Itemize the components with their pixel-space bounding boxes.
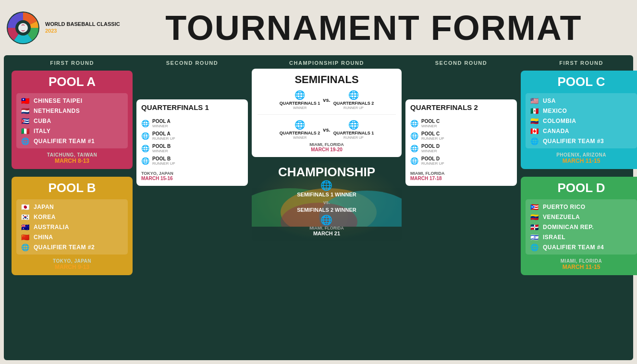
qf1-title: QUARTERFINALS 1 [141, 103, 243, 111]
qf2-slot2-sub: RUNNER UP [421, 136, 444, 141]
qf2-slot3-flag: 🌐 [410, 145, 418, 152]
sf-label-2b: QUARTERFINALS 1 [333, 131, 374, 135]
championship-col: SEMIFINALS 🌐 QUARTERFINALS 1 WINNER vs. … [252, 69, 402, 241]
list-item: 🇨🇦 CANADA [529, 126, 633, 136]
sf-team-2b: 🌐 QUARTERFINALS 1 RUNNER UP [333, 120, 374, 139]
divider [257, 114, 396, 115]
sf-vs-2: vs. [323, 127, 330, 133]
team-name: VENEZUELA [543, 214, 580, 220]
sf-matchup-1: 🌐 QUARTERFINALS 1 WINNER vs. 🌐 QUARTERFI… [257, 90, 396, 109]
sf-team-1a: 🌐 QUARTERFINALS 1 WINNER [280, 90, 320, 109]
qf1-venue: TOKYO, JAPAN MARCH 15-16 [141, 171, 243, 181]
championship-vs: vs. [297, 200, 356, 205]
china-flag: 🇨🇳 [20, 233, 31, 241]
round-label-first-left: FIRST ROUND [10, 60, 135, 66]
qf1-slot2-label: POOL A [152, 131, 175, 136]
pool-a-city: TAICHUNG, TAIWAN [16, 152, 128, 158]
list-item: 🇺🇸 USA [529, 96, 633, 106]
round-label-first-right: FIRST ROUND [519, 60, 637, 66]
qf1-slot3-label: POOL B [152, 144, 171, 149]
page-title: TOURNAMENT FORMAT [120, 8, 627, 48]
netherlands-flag: 🇳🇱 [20, 107, 31, 114]
sf-label-1b: QUARTERFINALS 2 [333, 101, 374, 106]
pool-c-box: POOL C 🇺🇸 USA 🇲🇽 MEXICO 🇨🇴 COLOMBIA [521, 71, 637, 169]
round-label-second-right: SECOND ROUND [404, 60, 519, 66]
sf-label-2a: QUARTERFINALS 2 [280, 131, 320, 135]
israel-flag: 🇮🇱 [529, 233, 540, 241]
pool-b-venue: TOKYO, JAPAN MARCH 9-13 [16, 258, 128, 270]
puerto-rico-flag: 🇵🇷 [529, 203, 540, 210]
qf1-col: QUARTERFINALS 1 🌐 POOL A WINNER 🌐 POOL A… [135, 69, 250, 188]
bracket-content: POOL A 🇹🇼 CHINESE TAIPEI 🇳🇱 NETHERLANDS … [8, 69, 629, 356]
qf2-box: QUARTERFINALS 2 🌐 POOL C WINNER 🌐 POOL C… [405, 99, 517, 186]
team-name: PUERTO RICO [543, 204, 586, 210]
list-item: 🌐 POOL C WINNER [410, 117, 512, 130]
sf-flag-1a: 🌐 [294, 90, 305, 100]
qf2-city: MIAMI, FLORIDA [410, 171, 512, 176]
team-name: QUALIFIER TEAM #2 [34, 244, 95, 251]
divider [141, 115, 243, 116]
pool-a-dates: MARCH 8-13 [16, 158, 128, 164]
championship-team1: SEMIFINALS 1 WINNER [297, 191, 356, 198]
sf-vs-1: vs. [323, 97, 330, 103]
list-item: 🌐 POOL D WINNER [410, 142, 512, 155]
qf1-slot1-sub: WINNER [152, 124, 171, 128]
championship-box: CHAMPIONSHIP 🌐 SEMIFINALS 1 WINNER vs. S… [252, 160, 402, 241]
team-name: QUALIFIER TEAM #1 [34, 138, 95, 145]
list-item: 🇦🇺 AUSTRALIA [20, 222, 124, 232]
team-name: MEXICO [543, 108, 567, 114]
qualifier2-flag: 🌐 [20, 243, 31, 251]
australia-flag: 🇦🇺 [20, 223, 31, 231]
logo-name: World Baseball Classic [45, 21, 120, 27]
list-item: 🇰🇷 KOREA [20, 212, 124, 222]
chinese-taipei-flag: 🇹🇼 [20, 97, 31, 104]
list-item: 🌐 POOL C RUNNER UP [410, 130, 512, 142]
round-labels: FIRST ROUND SECOND ROUND CHAMPIONSHIP RO… [8, 55, 629, 69]
list-item: 🌐 POOL D RUNNER UP [410, 155, 512, 167]
team-name: KOREA [34, 214, 56, 220]
pool-d-venue: MIAMI, FLORIDA MARCH 11-15 [526, 258, 637, 270]
pool-a-title: POOL A [16, 74, 128, 89]
list-item: 🇻🇪 VENEZUELA [529, 212, 633, 222]
list-item: 🇹🇼 CHINESE TAIPEI [20, 96, 124, 106]
team-name: AUSTRALIA [34, 224, 69, 231]
sf-sub-1a: WINNER [293, 106, 306, 109]
list-item: 🌐 QUALIFIER TEAM #1 [20, 136, 124, 146]
pool-b-city: TOKYO, JAPAN [16, 258, 128, 264]
qf2-col: QUARTERFINALS 2 🌐 POOL C WINNER 🌐 POOL C… [404, 69, 519, 188]
list-item: 🌐 QUALIFIER TEAM #3 [529, 136, 633, 146]
qf2-slot2-flag: 🌐 [410, 132, 418, 140]
pool-d-box: POOL D 🇵🇷 PUERTO RICO 🇻🇪 VENEZUELA 🇩🇴 DO… [521, 177, 637, 275]
list-item: 🇨🇺 CUBA [20, 116, 124, 126]
pool-d-title: POOL D [526, 181, 637, 195]
sf-venue: MIAMI, FLORIDA MARCH 19-20 [257, 142, 396, 152]
qf1-slot4-label: POOL B [152, 156, 175, 161]
qf2-slot1-sub: WINNER [421, 124, 440, 128]
team-name: NETHERLANDS [34, 108, 80, 114]
qf2-slot3-sub: WINNER [421, 149, 440, 153]
qf1-slot2-sub: RUNNER UP [152, 136, 175, 141]
list-item: 🇮🇹 ITALY [20, 126, 124, 136]
sf-matchup-2: 🌐 QUARTERFINALS 2 WINNER vs. 🌐 QUARTERFI… [257, 120, 396, 139]
pool-c-teams: 🇺🇸 USA 🇲🇽 MEXICO 🇨🇴 COLOMBIA 🇨🇦 CANADA [526, 93, 637, 148]
divider [410, 115, 512, 116]
qf2-venue: MIAMI, FLORIDA MARCH 17-18 [410, 171, 512, 181]
sf-team-2a: 🌐 QUARTERFINALS 2 WINNER [280, 120, 320, 139]
header: World Baseball Classic 2023 TOURNAMENT F… [0, 0, 637, 55]
championship-content: 🌐 SEMIFINALS 1 WINNER vs. SEMIFINALS 2 W… [297, 180, 356, 226]
championship-title: CHAMPIONSHIP [278, 165, 375, 180]
pool-a-venue: TAICHUNG, TAIWAN MARCH 8-13 [16, 152, 128, 164]
japan-flag: 🇯🇵 [20, 203, 31, 210]
pool-b-teams: 🇯🇵 JAPAN 🇰🇷 KOREA 🇦🇺 AUSTRALIA 🇨🇳 CHINA [16, 199, 128, 255]
qf2-slot1-label: POOL C [421, 119, 440, 124]
qf2-slot4-sub: RUNNER UP [421, 161, 444, 166]
colombia-flag: 🇨🇴 [529, 117, 540, 124]
team-name: QUALIFIER TEAM #4 [543, 244, 604, 251]
team-name: JAPAN [34, 204, 54, 210]
bracket-area: FIRST ROUND SECOND ROUND CHAMPIONSHIP RO… [4, 55, 633, 360]
list-item: 🌐 POOL B WINNER [141, 142, 243, 155]
pool-b-box: POOL B 🇯🇵 JAPAN 🇰🇷 KOREA 🇦🇺 AUSTRALIA [12, 177, 133, 275]
championship-team2: SEMIFINALS 2 WINNER [297, 206, 356, 214]
pool-b-dates: MARCH 9-13 [16, 264, 128, 270]
semifinals-box: SEMIFINALS 🌐 QUARTERFINALS 1 WINNER vs. … [252, 69, 402, 157]
